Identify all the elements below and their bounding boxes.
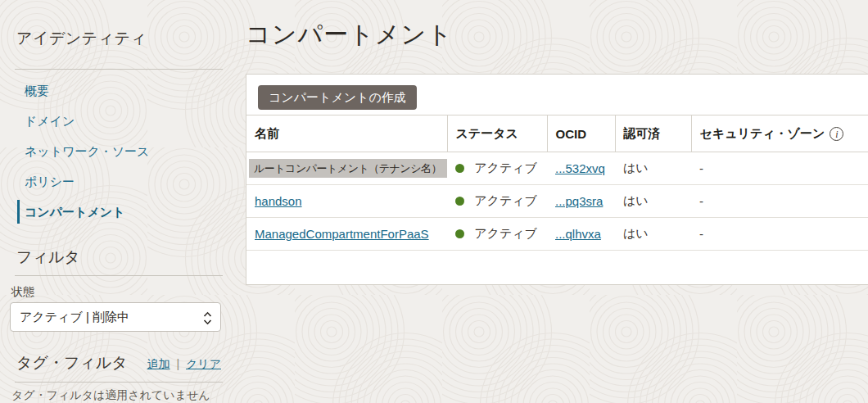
tag-filter-clear-link[interactable]: クリア — [186, 357, 221, 370]
identity-sidebar: アイデンティティ 概要 ドメイン ネットワーク・ソース ポリシー コンパートメン… — [0, 0, 229, 403]
status-label: アクティブ — [474, 161, 537, 174]
compartment-name-link[interactable]: handson — [255, 194, 302, 208]
cell-ocid: ...qlhvxa — [547, 218, 615, 251]
sidebar-item-label: コンパートメント — [25, 205, 124, 219]
tag-filter-header: タグ・フィルタ 追加 | クリア — [16, 352, 221, 374]
cell-name: handson — [246, 185, 447, 218]
state-filter-select[interactable]: アクティブ | 削除中 — [10, 302, 221, 332]
sidebar-item-domains[interactable]: ドメイン — [0, 106, 229, 136]
status-label: アクティブ — [474, 193, 537, 207]
sidebar-title: アイデンティティ — [16, 28, 147, 49]
cell-name: ルートコンパートメント（テナンシ名） — [246, 152, 447, 185]
page-title: コンパートメント — [246, 18, 453, 52]
state-filter-label: 状態 — [11, 285, 34, 300]
column-header-name: 名前 — [246, 115, 447, 152]
column-header-security-zone: セキュリティ・ゾーン i — [691, 115, 868, 152]
table-header-row: 名前 ステータス OCID 認可済 セキュリティ・ゾーン i — [246, 115, 868, 152]
sidebar-item-compartments[interactable]: コンパートメント — [0, 197, 229, 227]
table-row: handson アクティブ ...pq3sra はい - — [246, 185, 868, 218]
cell-authorized: はい — [615, 185, 691, 218]
oci-console-page: アイデンティティ 概要 ドメイン ネットワーク・ソース ポリシー コンパートメン… — [0, 0, 868, 403]
sidebar-item-label: 概要 — [25, 84, 49, 97]
compartment-name-link[interactable]: ManagedCompartmentForPaaS — [255, 227, 429, 241]
cell-authorized: はい — [615, 152, 691, 185]
table-row: ルートコンパートメント（テナンシ名） アクティブ ...532xvq はい - — [246, 152, 868, 185]
table-row: ManagedCompartmentForPaaS アクティブ ...qlhvx… — [246, 218, 868, 251]
status-active-dot-icon — [455, 164, 464, 173]
tag-filter-divider — [15, 382, 223, 383]
sidebar-divider — [15, 69, 223, 70]
cell-ocid: ...pq3sra — [547, 185, 615, 218]
sidebar-item-policies[interactable]: ポリシー — [0, 166, 229, 197]
tag-filter-actions: 追加 | クリア — [147, 357, 221, 372]
select-chevrons-icon — [203, 311, 212, 328]
cell-security-zone: - — [691, 185, 868, 218]
link-separator: | — [176, 357, 179, 370]
sidebar-item-network-sources[interactable]: ネットワーク・ソース — [0, 136, 229, 166]
sidebar-nav: 概要 ドメイン ネットワーク・ソース ポリシー コンパートメント — [0, 75, 229, 227]
cell-ocid: ...532xvq — [547, 152, 615, 185]
cell-status: アクティブ — [447, 218, 547, 251]
cell-authorized: はい — [615, 218, 691, 251]
compartments-table: 名前 ステータス OCID 認可済 セキュリティ・ゾーン i ルートコンパート — [246, 115, 868, 251]
cell-security-zone: - — [691, 218, 868, 251]
create-compartment-button[interactable]: コンパートメントの作成 — [258, 85, 417, 110]
compartments-panel: コンパートメントの作成 名前 ステータス OCID 認可済 セキュリティ・ゾーン… — [246, 74, 868, 285]
status-label: アクティブ — [474, 226, 537, 240]
filter-divider — [15, 275, 223, 276]
sidebar-item-label: ネットワーク・ソース — [25, 144, 149, 158]
sidebar-item-overview[interactable]: 概要 — [0, 75, 229, 106]
ocid-link[interactable]: ...qlhvxa — [555, 227, 601, 241]
status-active-dot-icon — [455, 197, 464, 206]
ocid-link[interactable]: ...532xvq — [555, 161, 605, 175]
column-header-authorized: 認可済 — [615, 115, 691, 152]
sidebar-item-label: ポリシー — [25, 174, 75, 188]
filter-section-title: フィルタ — [16, 247, 80, 268]
cell-status: アクティブ — [447, 185, 547, 218]
tag-filter-add-link[interactable]: 追加 — [147, 357, 170, 370]
column-header-status: ステータス — [447, 115, 547, 152]
cell-security-zone: - — [691, 152, 868, 185]
active-item-indicator — [17, 200, 20, 224]
status-active-dot-icon — [455, 229, 464, 238]
info-icon[interactable]: i — [830, 127, 843, 141]
column-header-ocid: OCID — [547, 115, 615, 152]
state-filter-value: アクティブ | 削除中 — [20, 310, 129, 325]
cell-name: ManagedCompartmentForPaaS — [246, 218, 447, 251]
sidebar-item-label: ドメイン — [25, 114, 75, 128]
tag-filter-empty-message: タグ・フィルタは適用されていません — [11, 388, 210, 403]
column-header-security-zone-label: セキュリティ・ゾーン — [700, 126, 825, 142]
tag-filter-title: タグ・フィルタ — [16, 352, 128, 374]
cell-status: アクティブ — [447, 152, 547, 185]
ocid-link[interactable]: ...pq3sra — [555, 194, 603, 208]
root-compartment-name-redacted[interactable]: ルートコンパートメント（テナンシ名） — [249, 159, 447, 178]
